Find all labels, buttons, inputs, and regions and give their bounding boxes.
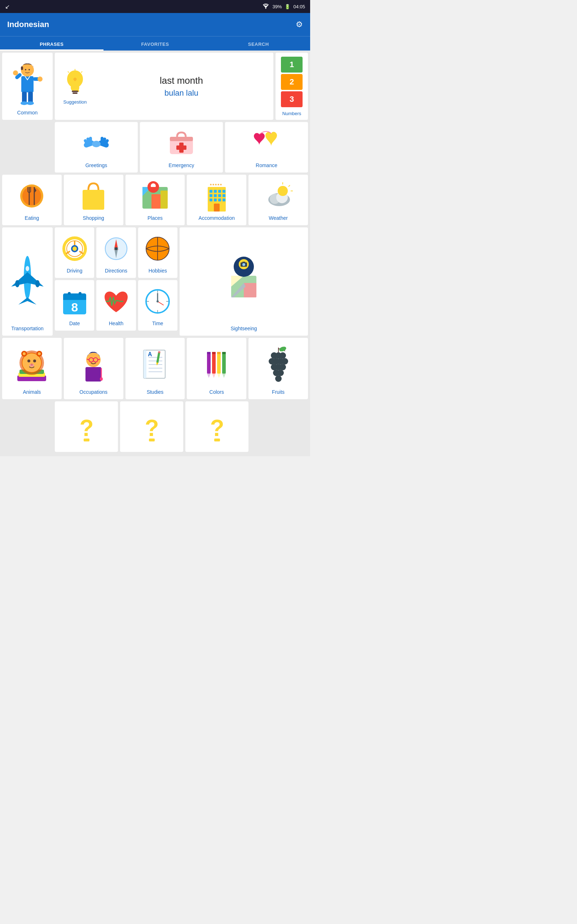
animals-label: Animals	[23, 389, 41, 395]
svg-text:?: ?	[79, 415, 93, 441]
svg-marker-150	[207, 373, 211, 378]
category-weather[interactable]: Weather	[248, 175, 308, 225]
transportation-label: Transportation	[11, 326, 44, 331]
category-health[interactable]: Health	[96, 280, 135, 331]
svg-rect-32	[176, 145, 187, 150]
hobbies-icon	[141, 233, 174, 265]
romance-label: Romance	[256, 162, 277, 168]
suggestion-english: last month	[95, 75, 268, 86]
category-places[interactable]: Places	[126, 175, 185, 225]
time-display: 04:05	[293, 4, 305, 10]
sightseeing-icon	[182, 233, 305, 323]
num-block-3: 3	[281, 91, 303, 107]
time-icon	[141, 285, 174, 318]
category-driving[interactable]: Driving	[55, 228, 94, 278]
category-eating[interactable]: Eating	[2, 175, 62, 225]
directions-icon	[99, 233, 133, 265]
tabs-bar: PHRASES FAVORITES SEARCH	[0, 36, 310, 50]
battery-text: 39%	[272, 4, 282, 10]
svg-point-5	[29, 69, 30, 70]
tab-phrases[interactable]: PHRASES	[0, 36, 103, 50]
category-unknown3[interactable]: ?	[185, 401, 248, 452]
studies-icon: A	[128, 343, 182, 386]
svg-rect-148	[158, 351, 161, 353]
svg-rect-93	[63, 297, 86, 300]
category-accommodation[interactable]: ★★★★★ Accommo	[187, 175, 246, 225]
category-greetings[interactable]: Greetings	[55, 122, 138, 173]
category-colors[interactable]: Colors	[187, 338, 246, 399]
category-hobbies[interactable]: Hobbies	[138, 228, 177, 278]
svg-rect-59	[222, 199, 226, 201]
svg-rect-43	[161, 191, 168, 208]
svg-point-87	[115, 247, 118, 250]
svg-rect-1	[21, 76, 34, 92]
svg-line-18	[81, 71, 82, 73]
directions-label: Directions	[105, 268, 127, 274]
svg-text:★★★★★: ★★★★★	[210, 183, 222, 186]
category-studies[interactable]: A Studies	[126, 338, 185, 399]
svg-point-7	[13, 70, 18, 76]
category-occupations[interactable]: Occupations	[64, 338, 123, 399]
num-block-2: 2	[281, 74, 303, 90]
svg-point-95	[79, 292, 82, 295]
status-left-icon: ↙	[5, 3, 10, 10]
category-unknown1[interactable]: ?	[55, 401, 118, 452]
suggestion-text: last month bulan lalu	[95, 75, 268, 98]
category-shopping[interactable]: Shopping	[64, 175, 123, 225]
category-date[interactable]: 8 Date	[55, 280, 94, 331]
main-content: Common Suggestion las	[0, 50, 310, 456]
svg-point-13	[27, 102, 34, 105]
category-transportation[interactable]: Transportation	[2, 228, 53, 336]
svg-point-113	[242, 263, 245, 266]
greetings-icon	[58, 127, 135, 160]
svg-rect-155	[217, 352, 221, 373]
category-sightseeing[interactable]: Sightseeing	[180, 228, 308, 336]
eating-icon	[5, 180, 59, 212]
svg-point-79	[73, 247, 77, 251]
suggestion-card[interactable]: Suggestion last month bulan lalu	[55, 53, 273, 120]
category-romance[interactable]: Romance	[225, 122, 308, 173]
svg-rect-151	[207, 352, 211, 354]
health-icon	[99, 285, 133, 318]
animals-icon	[5, 343, 59, 386]
category-time[interactable]: Time	[138, 280, 177, 331]
svg-rect-160	[222, 352, 226, 354]
svg-point-2	[21, 63, 34, 76]
svg-point-162	[279, 346, 287, 352]
settings-button[interactable]: ⚙	[296, 20, 303, 29]
app-bar: Indonesian ⚙	[0, 13, 310, 36]
svg-rect-58	[218, 199, 221, 201]
tab-search[interactable]: SEARCH	[206, 36, 310, 50]
tab-favorites[interactable]: FAVORITES	[103, 36, 207, 50]
svg-marker-71	[18, 297, 27, 305]
svg-rect-25	[89, 137, 92, 143]
occupations-icon	[67, 343, 121, 386]
svg-rect-152	[212, 352, 216, 373]
occupations-label: Occupations	[79, 389, 108, 395]
colors-icon	[190, 343, 243, 386]
category-common[interactable]: Common	[2, 53, 53, 120]
category-animals[interactable]: Animals	[2, 338, 62, 399]
svg-rect-158	[222, 352, 226, 373]
svg-rect-42	[152, 194, 161, 208]
row-3: Eating Shopping	[2, 175, 308, 225]
svg-rect-16	[73, 92, 77, 94]
category-directions[interactable]: Directions	[96, 228, 135, 278]
category-fruits[interactable]: Fruits	[248, 338, 308, 399]
suggestion-label: Suggestion	[63, 99, 87, 105]
svg-point-169	[282, 358, 288, 365]
svg-marker-159	[222, 373, 226, 378]
greetings-label: Greetings	[85, 162, 108, 168]
svg-rect-48	[210, 190, 213, 193]
date-icon: 8	[58, 285, 91, 318]
svg-rect-181	[214, 439, 220, 441]
colors-label: Colors	[210, 389, 224, 395]
category-unknown2[interactable]: ?	[120, 401, 183, 452]
svg-rect-54	[218, 194, 221, 197]
svg-rect-55	[222, 194, 226, 197]
health-label: Health	[109, 320, 123, 326]
svg-text:?: ?	[210, 415, 224, 441]
category-numbers[interactable]: 1 2 3 Numbers	[276, 53, 308, 120]
category-emergency[interactable]: Emergency	[140, 122, 223, 173]
svg-point-0	[266, 8, 266, 9]
